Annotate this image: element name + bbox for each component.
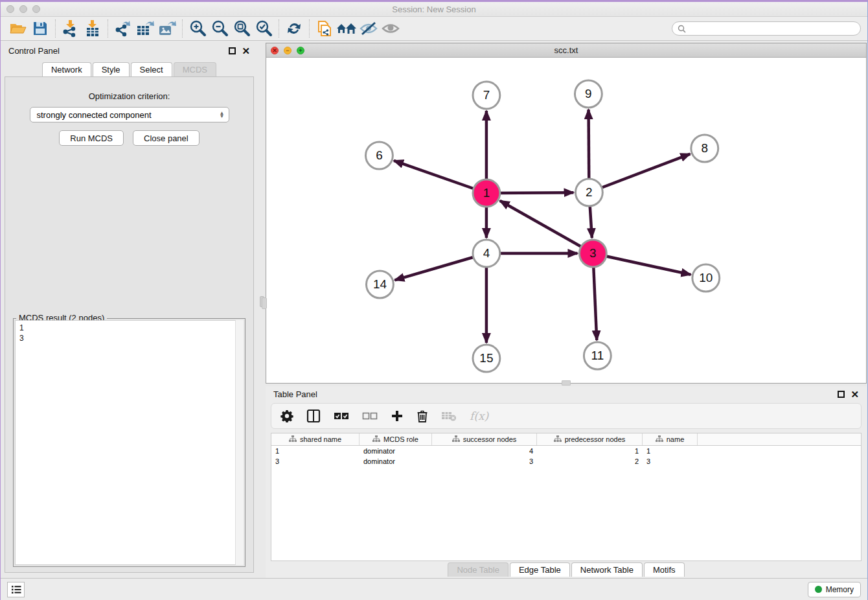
mcds-result-list[interactable]: 13 [15, 320, 244, 565]
table-cell[interactable]: 2 [537, 457, 643, 465]
columns-icon[interactable] [306, 408, 321, 424]
hierarchy-icon [289, 435, 297, 444]
table-cell[interactable]: dominator [360, 447, 432, 455]
show-all-icon[interactable] [380, 19, 402, 38]
table-panel-title: Table Panel [273, 389, 317, 399]
node-6[interactable]: 6 [366, 142, 393, 169]
network-vertical-scrollbar[interactable] [262, 297, 267, 309]
tab-edge-table[interactable]: Edge Table [510, 562, 570, 577]
node-15[interactable]: 15 [473, 345, 500, 372]
node-9[interactable]: 9 [575, 80, 602, 108]
delete-icon[interactable] [417, 408, 428, 424]
node-7[interactable]: 7 [473, 82, 500, 109]
close-panel-button[interactable]: Close panel [133, 130, 200, 146]
column-label: predecessor nodes [565, 435, 626, 443]
node-1[interactable]: 1 [473, 179, 500, 207]
node-14[interactable]: 14 [366, 271, 393, 298]
node-11[interactable]: 11 [584, 342, 611, 369]
column-header-shared-name[interactable]: shared name [271, 433, 360, 445]
table-cell[interactable]: 4 [432, 447, 537, 455]
search-field[interactable] [672, 21, 861, 36]
run-mcds-button[interactable]: Run MCDS [59, 130, 124, 146]
node-label: 4 [483, 246, 490, 260]
zoom-out-icon[interactable] [209, 19, 231, 38]
mcds-result-scrollbar[interactable] [235, 320, 244, 565]
node-3[interactable]: 3 [579, 240, 606, 267]
panel-divider[interactable] [258, 41, 266, 578]
search-input[interactable] [689, 24, 855, 33]
node-8[interactable]: 8 [691, 135, 718, 162]
column-label: shared name [300, 435, 341, 443]
node-label: 11 [591, 349, 604, 362]
table-float-icon[interactable] [838, 391, 845, 398]
select-all-icon[interactable] [334, 408, 349, 424]
network-window-titlebar[interactable]: ✕ − + scc.txt [266, 43, 866, 58]
save-session-icon[interactable] [29, 19, 51, 38]
table-cell[interactable]: 3 [432, 457, 537, 465]
column-label: name [667, 435, 685, 443]
network-bottom-grip[interactable] [562, 380, 571, 386]
network-canvas[interactable]: 7968124314101511 [266, 58, 866, 383]
tab-mcds[interactable]: MCDS [174, 62, 216, 76]
tab-motifs[interactable]: Motifs [644, 562, 685, 577]
edge-3-1[interactable] [500, 201, 593, 253]
table-close-icon[interactable]: ✕ [851, 389, 859, 399]
float-panel-icon[interactable] [229, 47, 236, 54]
zoom-fit-icon[interactable] [231, 19, 253, 38]
delete-table-icon[interactable] [441, 408, 457, 424]
close-panel-icon[interactable]: ✕ [242, 46, 250, 56]
deselect-all-icon[interactable] [362, 408, 378, 424]
edge-3-10[interactable] [593, 253, 691, 275]
tab-node-table[interactable]: Node Table [448, 562, 508, 577]
tab-style[interactable]: Style [93, 62, 130, 76]
table-toolbar: f(x) [271, 403, 862, 429]
control-panel-title: Control Panel [8, 46, 60, 56]
column-header-name[interactable]: name [643, 433, 698, 445]
gear-icon[interactable] [280, 408, 293, 424]
toolbar-separator [55, 19, 56, 38]
mcds-tab-panel: Optimization criterion: strongly connect… [5, 76, 254, 573]
node-4[interactable]: 4 [473, 240, 500, 267]
column-header-successor-nodes[interactable]: successor nodes [432, 433, 537, 445]
open-file-icon[interactable] [7, 19, 29, 38]
node-label: 3 [589, 246, 597, 260]
network-graph[interactable]: 7968124314101511 [266, 58, 866, 383]
table-cell[interactable]: dominator [360, 457, 432, 465]
table-row[interactable]: 1dominator411 [271, 446, 861, 456]
node-2[interactable]: 2 [575, 179, 602, 206]
table-cell[interactable]: 1 [643, 447, 698, 455]
export-image-icon[interactable] [156, 19, 178, 38]
import-table-icon[interactable] [82, 19, 104, 38]
node-label: 14 [373, 277, 387, 291]
import-network-icon[interactable] [60, 19, 82, 38]
column-header-predecessor-nodes[interactable]: predecessor nodes [537, 433, 643, 445]
add-column-icon[interactable] [391, 408, 404, 424]
edge-2-8[interactable] [589, 154, 690, 192]
table-cell[interactable]: 1 [537, 447, 643, 455]
tab-network-table[interactable]: Network Table [571, 562, 643, 577]
node-table[interactable]: shared nameMCDS rolesuccessor nodesprede… [271, 433, 862, 561]
memory-button[interactable]: Memory [808, 582, 861, 597]
first-neighbors-icon[interactable] [336, 19, 358, 38]
export-network-icon[interactable] [112, 19, 134, 38]
mcds-result-item[interactable]: 3 [19, 333, 239, 343]
table-cell[interactable]: 3 [643, 457, 698, 465]
edge-1-6[interactable] [394, 161, 486, 193]
tab-select[interactable]: Select [131, 62, 172, 76]
node-10[interactable]: 10 [692, 264, 720, 292]
criterion-select[interactable]: strongly connected component ▲▼ [30, 107, 229, 122]
zoom-selected-icon[interactable] [253, 19, 275, 38]
column-header-MCDS-role[interactable]: MCDS role [360, 433, 432, 445]
export-table-icon[interactable] [134, 19, 156, 38]
table-cell[interactable]: 3 [271, 457, 360, 465]
table-cell[interactable]: 1 [271, 447, 360, 455]
network-list-button[interactable] [7, 582, 25, 597]
mcds-result-item[interactable]: 1 [19, 323, 239, 333]
table-row[interactable]: 3dominator323 [271, 456, 861, 467]
refresh-icon[interactable] [283, 19, 305, 38]
hide-selected-icon[interactable] [358, 19, 380, 38]
function-builder-icon[interactable]: f(x) [470, 408, 488, 424]
copy-network-icon[interactable] [314, 19, 336, 38]
zoom-in-icon[interactable] [187, 19, 209, 38]
tab-network[interactable]: Network [42, 62, 91, 76]
